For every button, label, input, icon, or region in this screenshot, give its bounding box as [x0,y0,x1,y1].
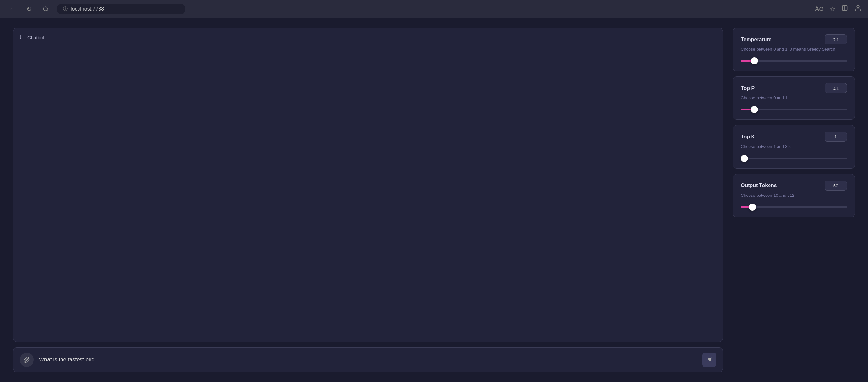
top-k-slider[interactable] [741,157,847,159]
profile-icon[interactable] [855,4,862,13]
translate-icon[interactable]: Aα [815,5,823,12]
chat-container: Chatbot [13,28,723,372]
main-content: Chatbot Temperature 0.1 [0,18,868,382]
address-bar[interactable]: ⓘ localhost:7788 [57,4,185,14]
browser-right-icons: Aα ☆ [815,4,862,13]
svg-line-1 [47,10,48,11]
info-icon: ⓘ [63,6,68,12]
temperature-description: Choose between 0 and 1. 0 means Greedy S… [741,47,847,52]
svg-point-0 [43,7,47,11]
settings-sidebar: Temperature 0.1 Choose between 0 and 1. … [733,28,855,372]
top-p-card: Top P 0.1 Choose between 0 and 1. [733,76,855,120]
output-tokens-label: Output Tokens [741,183,777,188]
temperature-value: 0.1 [825,34,847,45]
split-view-icon[interactable] [842,5,848,13]
output-tokens-value: 50 [825,181,847,191]
temperature-card: Temperature 0.1 Choose between 0 and 1. … [733,28,855,71]
temperature-label: Temperature [741,37,772,42]
temperature-header: Temperature 0.1 [741,34,847,45]
temperature-slider[interactable] [741,60,847,62]
top-k-card: Top K 1 Choose between 1 and 30. [733,125,855,169]
top-p-value: 0.1 [825,83,847,93]
top-p-header: Top P 0.1 [741,83,847,93]
chat-icon [20,34,25,40]
chat-input[interactable] [39,357,697,363]
chat-input-area [13,347,723,372]
output-tokens-slider[interactable] [741,206,847,208]
reload-button[interactable]: ↻ [23,3,35,15]
back-button[interactable]: ← [6,3,18,15]
bookmark-icon[interactable]: ☆ [829,5,835,13]
top-k-value: 1 [825,132,847,142]
top-p-label: Top P [741,85,755,91]
search-button[interactable] [40,3,52,15]
output-tokens-description: Choose between 10 and 512. [741,193,847,198]
chat-window: Chatbot [13,28,723,342]
browser-chrome: ← ↻ ⓘ localhost:7788 Aα ☆ [0,0,868,18]
top-p-slider[interactable] [741,109,847,111]
output-tokens-header: Output Tokens 50 [741,181,847,191]
top-k-header: Top K 1 [741,132,847,142]
chat-window-header: Chatbot [20,34,716,40]
top-p-description: Choose between 0 and 1. [741,95,847,101]
attach-button[interactable] [20,353,34,367]
chatbot-title: Chatbot [27,35,44,40]
top-k-description: Choose between 1 and 30. [741,144,847,149]
top-k-label: Top K [741,134,755,140]
output-tokens-card: Output Tokens 50 Choose between 10 and 5… [733,174,855,217]
url-text: localhost:7788 [71,6,104,12]
send-button[interactable] [702,353,716,367]
svg-point-4 [857,5,859,8]
